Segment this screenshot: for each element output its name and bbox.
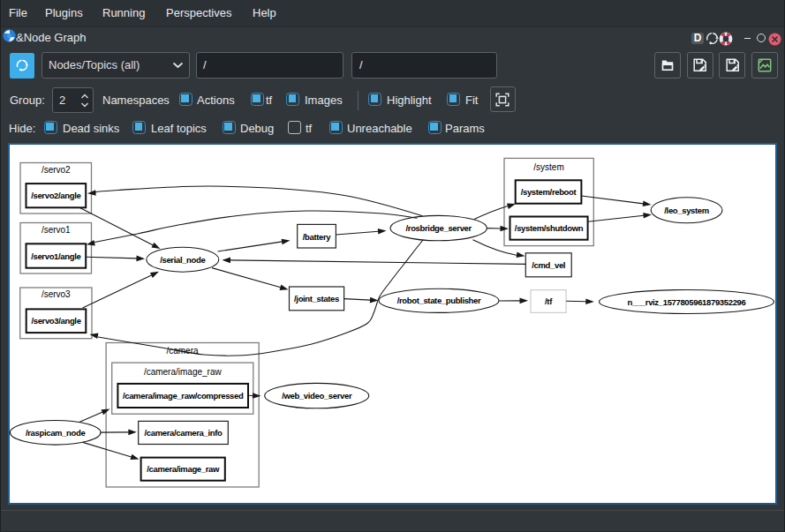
svg-text:n___rviz_1577805961879352296: n___rviz_1577805961879352296 (628, 297, 746, 307)
svg-text:/web_video_server: /web_video_server (282, 391, 352, 401)
svg-text:/robot_state_publisher: /robot_state_publisher (397, 296, 481, 305)
svg-text:/camera: /camera (166, 346, 199, 356)
svg-text:/rosbridge_server: /rosbridge_server (406, 223, 472, 233)
svg-text:/system/reboot: /system/reboot (521, 187, 577, 197)
svg-text:/joint_states: /joint_states (294, 294, 339, 303)
svg-text:/system/shutdown: /system/shutdown (515, 223, 584, 233)
svg-text:/servo3/angle: /servo3/angle (31, 316, 80, 326)
svg-text:/battery: /battery (303, 232, 332, 242)
svg-text:/servo3: /servo3 (42, 289, 71, 299)
svg-text:/servo2/angle: /servo2/angle (31, 191, 80, 200)
svg-text:/cmd_vel: /cmd_vel (532, 260, 565, 270)
svg-text:/camera/image_raw/compressed: /camera/image_raw/compressed (123, 391, 244, 401)
svg-text:/camera/image_raw: /camera/image_raw (144, 367, 223, 377)
svg-text:/servo1/angle: /servo1/angle (31, 251, 80, 261)
svg-text:/camera/camera_info: /camera/camera_info (145, 428, 223, 438)
svg-text:/tf: /tf (545, 296, 553, 306)
svg-text:/serial_node: /serial_node (160, 255, 205, 265)
svg-text:/camera/image_raw: /camera/image_raw (147, 464, 220, 474)
svg-text:/leo_system: /leo_system (664, 206, 709, 215)
svg-text:/servo1: /servo1 (42, 225, 71, 235)
svg-text:/raspicam_node: /raspicam_node (26, 428, 86, 438)
svg-text:/system: /system (533, 162, 563, 172)
svg-text:/servo2: /servo2 (42, 165, 71, 175)
